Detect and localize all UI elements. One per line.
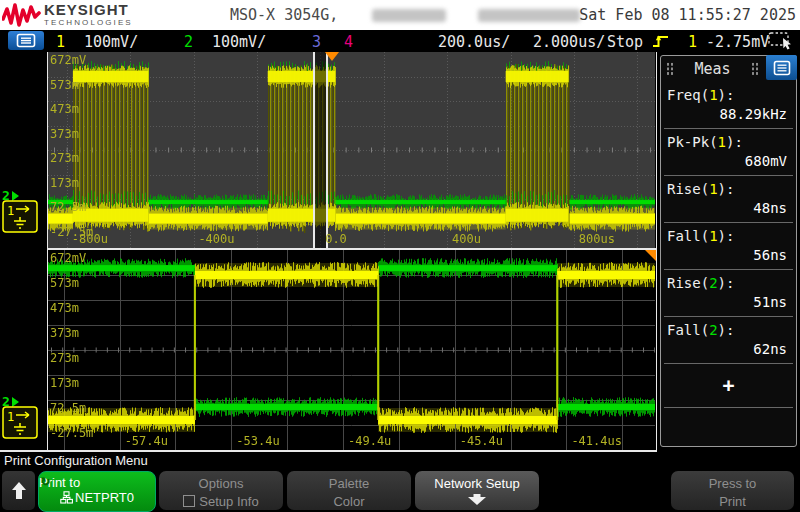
drag-grip-icon[interactable] — [666, 62, 674, 76]
ch1-scale[interactable]: 100mV/ — [84, 33, 138, 51]
network-setup-label: Network Setup — [415, 475, 539, 493]
oscilloscope-screen: KEYSIGHT TECHNOLOGIES MSO-X 3054G, Sat F… — [0, 0, 800, 512]
panel-left-border — [47, 52, 48, 450]
print-label: Print — [671, 493, 794, 511]
status-bar: 1 100mV/ 2 100mV/ 3 4 200.0us/ 2.000us/ … — [0, 30, 800, 52]
datetime: Sat Feb 08 11:55:27 2025 — [579, 6, 796, 24]
brand-sub: TECHNOLOGIES — [44, 19, 133, 27]
add-measurement-button[interactable]: + — [661, 364, 796, 407]
brand-text: KEYSIGHT TECHNOLOGIES — [44, 2, 133, 27]
trigger-source[interactable]: 1 — [688, 33, 697, 51]
trigger-offscreen-marker-icon — [645, 250, 656, 261]
model-name: MSO-X 3054G, — [230, 6, 338, 24]
panel-bottom-border — [0, 450, 657, 452]
ch1-number[interactable]: 1 — [56, 33, 65, 51]
keysight-logo-icon — [2, 2, 42, 28]
drag-grip-icon[interactable] — [751, 62, 759, 76]
back-button[interactable] — [2, 471, 35, 510]
meas-channel: 2 — [709, 275, 717, 291]
ch2-arrow-icon — [12, 397, 19, 407]
printer-name: NETPRT0 — [75, 490, 134, 505]
ch2-scale[interactable]: 100mV/ — [212, 33, 266, 51]
acquisition-status[interactable]: Stop — [607, 33, 643, 51]
sidebar-divider — [656, 52, 657, 450]
trigger-time-marker-icon[interactable] — [325, 52, 339, 61]
trigger-level[interactable]: -2.75mV — [706, 33, 769, 51]
ch1-ground-marker-icon[interactable]: 1 — [2, 200, 44, 234]
meas-channel: 1 — [709, 87, 717, 103]
measurements-panel: Meas Freq(1):88.29kHzPk-Pk(1):680mVRise(… — [660, 55, 797, 447]
palette-button[interactable]: Palette Color — [287, 471, 411, 510]
main-menu-button[interactable] — [8, 31, 44, 50]
meas-label: Rise(2): — [661, 270, 796, 291]
meas-channel: 2 — [709, 322, 717, 338]
ch4-number[interactable]: 4 — [344, 33, 353, 51]
meas-value: 88.29kHz — [661, 103, 796, 128]
print-to-label: Print to — [39, 475, 155, 490]
screen-capture-icon[interactable] — [768, 32, 794, 50]
network-icon — [60, 491, 73, 504]
press-to-label: Press to — [671, 475, 794, 493]
meas-channel: 1 — [718, 134, 726, 150]
meas-value: 51ns — [661, 291, 796, 316]
down-arrow-icon — [464, 493, 490, 506]
meas-label: Freq(1): — [661, 82, 796, 103]
network-setup-button[interactable]: Network Setup — [415, 471, 539, 510]
trigger-edge-icon — [652, 33, 669, 49]
header: KEYSIGHT TECHNOLOGIES MSO-X 3054G, Sat F… — [0, 0, 800, 30]
hamburger-icon — [16, 33, 36, 48]
main-timebase[interactable]: 200.0us/ — [438, 33, 510, 51]
checkbox-icon — [183, 495, 195, 507]
options-label: Options — [159, 475, 283, 493]
setup-info-label: Setup Info — [199, 494, 258, 509]
brand-name: KEYSIGHT — [44, 2, 133, 17]
meas-row[interactable]: Rise(1):48ns — [661, 176, 796, 222]
meas-row[interactable]: Fall(1):56ns — [661, 223, 796, 269]
redacted-serial — [372, 9, 446, 22]
meas-label: Pk-Pk(1): — [661, 129, 796, 150]
meas-value: 48ns — [661, 197, 796, 222]
meas-label: Rise(1): — [661, 176, 796, 197]
main-waveform-canvas[interactable] — [48, 52, 655, 248]
palette-value: Color — [287, 493, 411, 511]
meas-menu-button[interactable] — [766, 55, 797, 80]
meas-channel: 1 — [709, 181, 717, 197]
ch2-number[interactable]: 2 — [184, 33, 193, 51]
zoom-window-right-bar[interactable] — [326, 52, 328, 248]
meas-channel: 1 — [709, 228, 717, 244]
refresh-icon: ↻ — [41, 471, 50, 489]
redacted-serial-2 — [478, 9, 580, 22]
menu-title: Print Configuration Menu — [4, 453, 148, 468]
panel-divider — [47, 248, 657, 250]
softkey-menu: Print Configuration Menu ↻ Print to NETP… — [0, 451, 800, 512]
zoom-timebase[interactable]: 2.000us/ — [533, 33, 605, 51]
ch3-number[interactable]: 3 — [312, 33, 321, 51]
meas-title: Meas — [674, 60, 751, 78]
meas-row[interactable]: Pk-Pk(1):680mV — [661, 129, 796, 175]
meas-header[interactable]: Meas — [661, 56, 796, 82]
up-arrow-icon — [11, 481, 27, 500]
meas-value: 680mV — [661, 150, 796, 175]
meas-rows: Freq(1):88.29kHzPk-Pk(1):680mVRise(1):48… — [661, 82, 796, 364]
zoom-waveform-canvas[interactable] — [48, 250, 655, 450]
options-button[interactable]: Options Setup Info — [159, 471, 283, 510]
meas-label: Fall(2): — [661, 317, 796, 338]
palette-label: Palette — [287, 475, 411, 493]
meas-row[interactable]: Rise(2):51ns — [661, 270, 796, 316]
ch2-arrow-icon — [12, 191, 19, 201]
svg-text:1: 1 — [7, 204, 14, 218]
zoom-window-left-bar[interactable] — [313, 52, 315, 248]
meas-value: 62ns — [661, 338, 796, 363]
meas-value: 56ns — [661, 244, 796, 269]
list-icon — [773, 60, 791, 76]
ch1-ground-marker-zoom-icon[interactable]: 1 — [2, 406, 44, 440]
meas-label: Fall(1): — [661, 223, 796, 244]
press-to-print-button[interactable]: Press to Print — [671, 471, 794, 510]
svg-text:1: 1 — [7, 410, 14, 424]
meas-row[interactable]: Freq(1):88.29kHz — [661, 82, 796, 128]
sidebar: Meas Freq(1):88.29kHzPk-Pk(1):680mVRise(… — [657, 52, 800, 452]
separator — [664, 407, 793, 408]
print-to-button[interactable]: ↻ Print to NETPRT0 — [38, 471, 156, 512]
meas-row[interactable]: Fall(2):62ns — [661, 317, 796, 363]
